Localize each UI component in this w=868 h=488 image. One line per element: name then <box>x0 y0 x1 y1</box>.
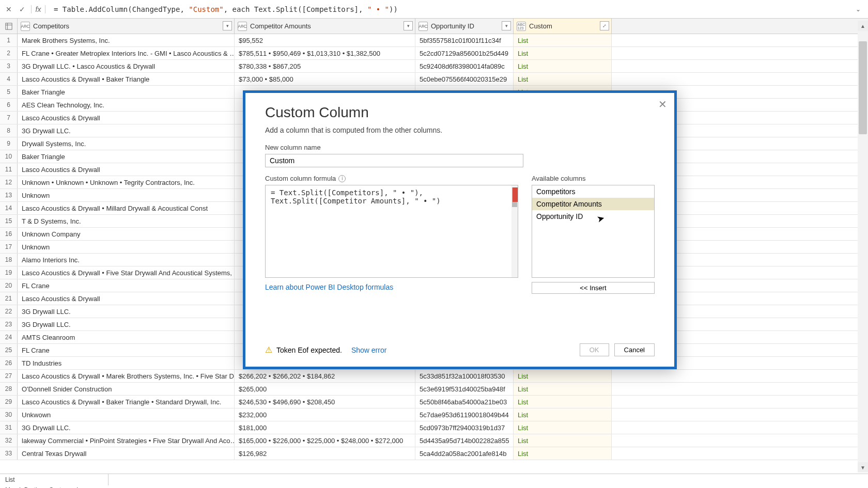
formula-code: = Text.Split([Competitors], " • "), Text… <box>271 188 513 205</box>
insert-button[interactable]: << Insert <box>532 282 655 294</box>
error-row: ⚠ Token Eof expected. Show error <box>265 345 386 355</box>
error-marker <box>513 187 518 202</box>
cancel-button[interactable]: Cancel <box>614 343 655 356</box>
show-error-link[interactable]: Show error <box>351 346 386 354</box>
available-column-item[interactable]: Competitors <box>532 185 654 198</box>
error-text: Token Eof expected. <box>276 346 342 354</box>
new-column-name-input[interactable] <box>265 154 523 167</box>
dialog-title: Custom Column <box>265 104 655 121</box>
warning-icon: ⚠ <box>265 345 272 355</box>
learn-formulas-link[interactable]: Learn about Power BI Desktop formulas <box>265 283 393 291</box>
formula-label: Custom column formula i <box>265 175 523 182</box>
close-icon[interactable]: ✕ <box>658 98 667 111</box>
formula-editor[interactable]: = Text.Split([Competitors], " • "), Text… <box>265 185 518 278</box>
modal-overlay: ✕ Custom Column Add a column that is com… <box>0 0 868 488</box>
available-column-item[interactable]: Opportunity ID <box>532 210 654 223</box>
available-columns-label: Available columns <box>532 175 655 182</box>
new-column-name-label: New column name <box>265 144 655 151</box>
dialog-subtitle: Add a column that is computed from the o… <box>265 126 655 134</box>
available-columns-list: CompetitorsCompetitor AmountsOpportunity… <box>532 185 655 278</box>
available-column-item[interactable]: Competitor Amounts <box>532 198 654 210</box>
info-icon[interactable]: i <box>338 175 346 182</box>
custom-column-dialog: ✕ Custom Column Add a column that is com… <box>243 90 677 369</box>
ok-button: OK <box>580 343 609 356</box>
